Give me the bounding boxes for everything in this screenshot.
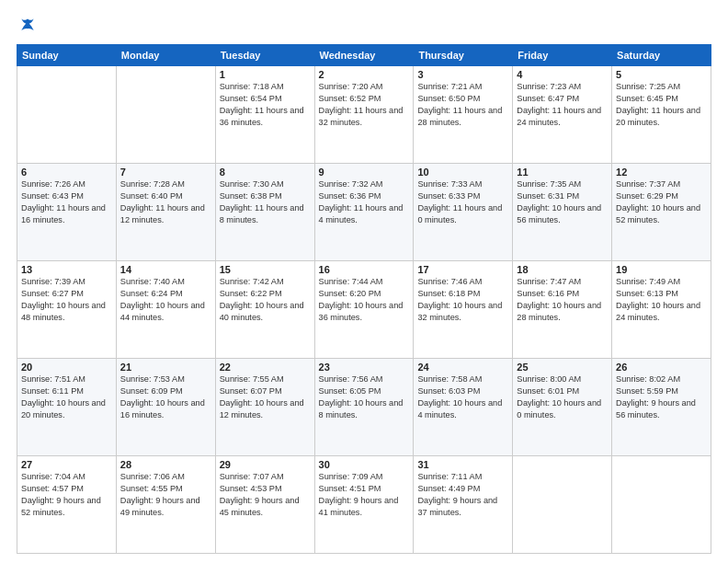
calendar-cell: 14Sunrise: 7:40 AMSunset: 6:24 PMDayligh… [116,261,215,359]
day-number: 3 [417,69,508,80]
day-info: Sunrise: 7:20 AMSunset: 6:52 PMDaylight:… [319,81,410,129]
calendar-cell [612,456,711,554]
calendar-cell: 3Sunrise: 7:21 AMSunset: 6:50 PMDaylight… [414,66,513,164]
day-info: Sunrise: 7:32 AMSunset: 6:36 PMDaylight:… [319,178,410,226]
day-number: 20 [21,362,112,373]
day-number: 31 [417,459,508,470]
calendar-week-2: 6Sunrise: 7:26 AMSunset: 6:43 PMDaylight… [17,164,711,261]
day-info: Sunrise: 7:23 AMSunset: 6:47 PMDaylight:… [517,81,608,129]
day-number: 28 [120,459,211,470]
calendar-cell: 29Sunrise: 7:07 AMSunset: 4:53 PMDayligh… [215,456,314,554]
day-number: 25 [517,362,608,373]
day-number: 23 [319,362,410,373]
calendar-cell: 17Sunrise: 7:46 AMSunset: 6:18 PMDayligh… [414,261,513,359]
calendar-weekday-wednesday: Wednesday [314,45,414,66]
calendar-cell: 16Sunrise: 7:44 AMSunset: 6:20 PMDayligh… [314,261,414,359]
calendar-cell: 25Sunrise: 8:00 AMSunset: 6:01 PMDayligh… [513,359,612,456]
day-info: Sunrise: 7:11 AMSunset: 4:49 PMDaylight:… [417,471,508,519]
calendar-week-3: 13Sunrise: 7:39 AMSunset: 6:27 PMDayligh… [17,261,711,359]
calendar-weekday-tuesday: Tuesday [215,45,314,66]
calendar-cell: 9Sunrise: 7:32 AMSunset: 6:36 PMDaylight… [314,164,414,261]
day-number: 26 [616,362,707,373]
day-number: 14 [120,264,211,275]
day-info: Sunrise: 7:46 AMSunset: 6:18 PMDaylight:… [417,276,508,324]
calendar-weekday-friday: Friday [513,45,612,66]
day-info: Sunrise: 7:06 AMSunset: 4:55 PMDaylight:… [120,471,211,519]
calendar-week-4: 20Sunrise: 7:51 AMSunset: 6:11 PMDayligh… [17,359,711,456]
day-info: Sunrise: 7:39 AMSunset: 6:27 PMDaylight:… [21,276,112,324]
calendar-cell: 31Sunrise: 7:11 AMSunset: 4:49 PMDayligh… [414,456,513,554]
calendar-weekday-saturday: Saturday [612,45,711,66]
day-number: 15 [220,264,311,275]
day-number: 9 [319,167,410,178]
calendar-cell: 2Sunrise: 7:20 AMSunset: 6:52 PMDaylight… [314,66,414,164]
calendar-cell: 23Sunrise: 7:56 AMSunset: 6:05 PMDayligh… [314,359,414,456]
calendar-cell [17,66,117,164]
day-number: 1 [220,69,311,80]
calendar-week-5: 27Sunrise: 7:04 AMSunset: 4:57 PMDayligh… [17,456,711,554]
calendar-cell: 10Sunrise: 7:33 AMSunset: 6:33 PMDayligh… [414,164,513,261]
calendar-cell: 26Sunrise: 8:02 AMSunset: 5:59 PMDayligh… [612,359,711,456]
day-number: 24 [417,362,508,373]
day-info: Sunrise: 7:56 AMSunset: 6:05 PMDaylight:… [319,373,410,421]
day-info: Sunrise: 7:44 AMSunset: 6:20 PMDaylight:… [319,276,410,324]
day-number: 2 [319,69,410,80]
day-info: Sunrise: 7:37 AMSunset: 6:29 PMDaylight:… [616,178,707,226]
day-info: Sunrise: 7:21 AMSunset: 6:50 PMDaylight:… [417,81,508,129]
day-number: 22 [220,362,311,373]
calendar-cell: 28Sunrise: 7:06 AMSunset: 4:55 PMDayligh… [116,456,215,554]
calendar-cell: 4Sunrise: 7:23 AMSunset: 6:47 PMDaylight… [513,66,612,164]
day-info: Sunrise: 7:09 AMSunset: 4:51 PMDaylight:… [319,471,410,519]
page: SundayMondayTuesdayWednesdayThursdayFrid… [0,0,728,563]
calendar-cell: 8Sunrise: 7:30 AMSunset: 6:38 PMDaylight… [215,164,314,261]
calendar-cell: 13Sunrise: 7:39 AMSunset: 6:27 PMDayligh… [17,261,117,359]
day-info: Sunrise: 7:47 AMSunset: 6:16 PMDaylight:… [517,276,608,324]
logo-bird-icon [18,17,37,35]
day-number: 18 [517,264,608,275]
calendar-cell [513,456,612,554]
calendar-cell: 15Sunrise: 7:42 AMSunset: 6:22 PMDayligh… [215,261,314,359]
day-info: Sunrise: 7:33 AMSunset: 6:33 PMDaylight:… [417,178,508,226]
day-info: Sunrise: 7:26 AMSunset: 6:43 PMDaylight:… [21,178,112,226]
day-number: 13 [21,264,112,275]
logo [17,17,39,35]
calendar-week-1: 1Sunrise: 7:18 AMSunset: 6:54 PMDaylight… [17,66,711,164]
calendar-cell: 11Sunrise: 7:35 AMSunset: 6:31 PMDayligh… [513,164,612,261]
calendar-cell: 7Sunrise: 7:28 AMSunset: 6:40 PMDaylight… [116,164,215,261]
day-info: Sunrise: 7:30 AMSunset: 6:38 PMDaylight:… [220,178,311,226]
day-number: 21 [120,362,211,373]
day-info: Sunrise: 7:51 AMSunset: 6:11 PMDaylight:… [21,373,112,421]
calendar-cell: 12Sunrise: 7:37 AMSunset: 6:29 PMDayligh… [612,164,711,261]
day-number: 6 [21,167,112,178]
calendar-weekday-monday: Monday [116,45,215,66]
calendar-cell: 5Sunrise: 7:25 AMSunset: 6:45 PMDaylight… [612,66,711,164]
day-number: 11 [517,167,608,178]
day-info: Sunrise: 7:55 AMSunset: 6:07 PMDaylight:… [220,373,311,421]
day-number: 5 [616,69,707,80]
calendar-cell: 6Sunrise: 7:26 AMSunset: 6:43 PMDaylight… [17,164,117,261]
calendar-cell: 22Sunrise: 7:55 AMSunset: 6:07 PMDayligh… [215,359,314,456]
day-info: Sunrise: 7:25 AMSunset: 6:45 PMDaylight:… [616,81,707,129]
header [17,17,711,35]
calendar-cell: 21Sunrise: 7:53 AMSunset: 6:09 PMDayligh… [116,359,215,456]
day-info: Sunrise: 8:02 AMSunset: 5:59 PMDaylight:… [616,373,707,421]
day-number: 7 [120,167,211,178]
day-number: 12 [616,167,707,178]
day-info: Sunrise: 7:58 AMSunset: 6:03 PMDaylight:… [417,373,508,421]
day-number: 16 [319,264,410,275]
calendar-weekday-sunday: Sunday [17,45,117,66]
day-info: Sunrise: 7:53 AMSunset: 6:09 PMDaylight:… [120,373,211,421]
day-info: Sunrise: 7:28 AMSunset: 6:40 PMDaylight:… [120,178,211,226]
day-number: 17 [417,264,508,275]
calendar-table: SundayMondayTuesdayWednesdayThursdayFrid… [17,44,711,554]
day-info: Sunrise: 7:42 AMSunset: 6:22 PMDaylight:… [220,276,311,324]
day-number: 8 [220,167,311,178]
calendar-header-row: SundayMondayTuesdayWednesdayThursdayFrid… [17,45,711,66]
day-number: 29 [220,459,311,470]
calendar-cell: 30Sunrise: 7:09 AMSunset: 4:51 PMDayligh… [314,456,414,554]
day-number: 30 [319,459,410,470]
day-info: Sunrise: 7:18 AMSunset: 6:54 PMDaylight:… [220,81,311,129]
calendar-cell: 24Sunrise: 7:58 AMSunset: 6:03 PMDayligh… [414,359,513,456]
calendar-cell [116,66,215,164]
day-info: Sunrise: 7:04 AMSunset: 4:57 PMDaylight:… [21,471,112,519]
